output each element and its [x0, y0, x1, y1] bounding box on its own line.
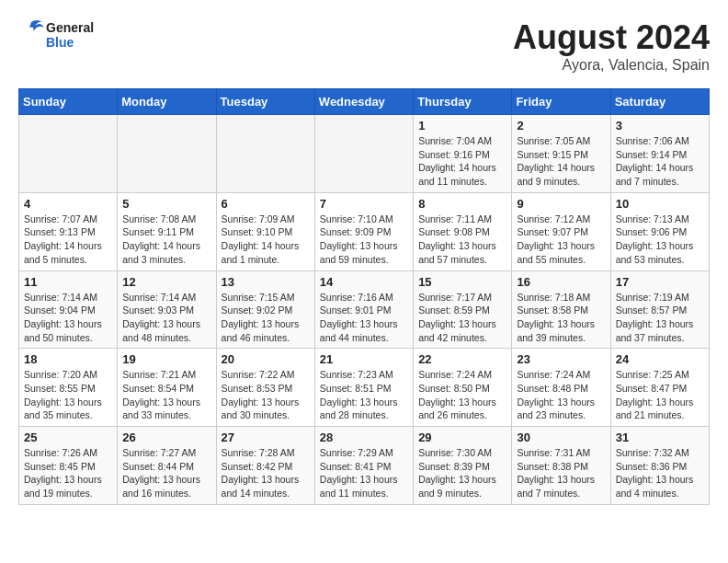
logo-text: General Blue [46, 20, 94, 50]
day-info: Sunrise: 7:10 AMSunset: 9:09 PMDaylight:… [320, 213, 408, 267]
day-number: 2 [517, 119, 605, 132]
day-info: Sunrise: 7:32 AMSunset: 8:36 PMDaylight:… [616, 446, 704, 500]
day-number: 20 [222, 352, 310, 366]
day-number: 19 [122, 352, 210, 366]
day-info: Sunrise: 7:15 AMSunset: 9:02 PMDaylight:… [222, 291, 310, 345]
page-subtitle: Ayora, Valencia, Spain [513, 57, 710, 74]
logo-container: General Blue [18, 18, 94, 52]
day-info: Sunrise: 7:06 AMSunset: 9:14 PMDaylight:… [616, 134, 704, 189]
day-info: Sunrise: 7:23 AMSunset: 8:51 PMDaylight:… [320, 368, 408, 422]
calendar-cell: 10Sunrise: 7:13 AMSunset: 9:06 PMDayligh… [610, 192, 709, 270]
day-number: 6 [222, 197, 310, 211]
day-number: 27 [222, 431, 310, 444]
day-number: 10 [616, 197, 704, 211]
day-number: 13 [222, 275, 310, 289]
day-number: 25 [24, 431, 112, 444]
calendar-cell: 27Sunrise: 7:28 AMSunset: 8:42 PMDayligh… [216, 427, 314, 505]
day-number: 1 [418, 119, 506, 132]
page-title: August 2024 [513, 18, 710, 57]
calendar-cell: 11Sunrise: 7:14 AMSunset: 9:04 PMDayligh… [19, 270, 118, 349]
day-info: Sunrise: 7:28 AMSunset: 8:42 PMDaylight:… [222, 446, 310, 500]
calendar-week-row: 18Sunrise: 7:20 AMSunset: 8:55 PMDayligh… [19, 349, 710, 427]
day-info: Sunrise: 7:30 AMSunset: 8:39 PMDaylight:… [418, 446, 506, 500]
calendar-cell [314, 115, 413, 193]
day-number: 7 [320, 197, 408, 211]
calendar-week-row: 25Sunrise: 7:26 AMSunset: 8:45 PMDayligh… [19, 427, 710, 505]
day-info: Sunrise: 7:22 AMSunset: 8:53 PMDaylight:… [222, 368, 310, 422]
calendar-week-row: 1Sunrise: 7:04 AMSunset: 9:16 PMDaylight… [19, 115, 710, 193]
day-info: Sunrise: 7:26 AMSunset: 8:45 PMDaylight:… [24, 446, 112, 500]
calendar-cell: 14Sunrise: 7:16 AMSunset: 9:01 PMDayligh… [314, 270, 413, 349]
day-number: 28 [320, 431, 408, 444]
calendar-cell: 7Sunrise: 7:10 AMSunset: 9:09 PMDaylight… [314, 192, 413, 270]
weekday-header: Tuesday [216, 89, 314, 115]
calendar-cell: 19Sunrise: 7:21 AMSunset: 8:54 PMDayligh… [118, 349, 216, 427]
day-info: Sunrise: 7:11 AMSunset: 9:08 PMDaylight:… [418, 213, 506, 267]
calendar-cell: 25Sunrise: 7:26 AMSunset: 8:45 PMDayligh… [19, 427, 118, 505]
calendar-cell: 9Sunrise: 7:12 AMSunset: 9:07 PMDaylight… [512, 192, 610, 270]
weekday-header: Wednesday [314, 89, 413, 115]
calendar-cell: 3Sunrise: 7:06 AMSunset: 9:14 PMDaylight… [610, 115, 709, 193]
calendar-cell [118, 115, 216, 193]
day-number: 5 [122, 197, 210, 211]
calendar-cell: 2Sunrise: 7:05 AMSunset: 9:15 PMDaylight… [512, 115, 610, 193]
day-info: Sunrise: 7:12 AMSunset: 9:07 PMDaylight:… [517, 213, 605, 267]
calendar-cell: 13Sunrise: 7:15 AMSunset: 9:02 PMDayligh… [216, 270, 314, 349]
day-info: Sunrise: 7:19 AMSunset: 8:57 PMDaylight:… [616, 291, 704, 345]
day-number: 23 [517, 352, 605, 366]
calendar-cell: 21Sunrise: 7:23 AMSunset: 8:51 PMDayligh… [314, 349, 413, 427]
weekday-header: Thursday [414, 89, 512, 115]
day-info: Sunrise: 7:29 AMSunset: 8:41 PMDaylight:… [320, 446, 408, 500]
day-info: Sunrise: 7:21 AMSunset: 8:54 PMDaylight:… [122, 368, 210, 422]
day-info: Sunrise: 7:14 AMSunset: 9:04 PMDaylight:… [24, 291, 112, 345]
day-number: 31 [616, 431, 704, 444]
day-number: 14 [320, 275, 408, 289]
day-info: Sunrise: 7:07 AMSunset: 9:13 PMDaylight:… [24, 213, 112, 267]
calendar-cell: 15Sunrise: 7:17 AMSunset: 8:59 PMDayligh… [414, 270, 512, 349]
weekday-row: SundayMondayTuesdayWednesdayThursdayFrid… [19, 89, 710, 115]
calendar-cell: 12Sunrise: 7:14 AMSunset: 9:03 PMDayligh… [118, 270, 216, 349]
logo-bird-icon [18, 18, 44, 52]
title-section: August 2024 Ayora, Valencia, Spain [513, 18, 710, 74]
day-number: 11 [24, 275, 112, 289]
calendar-cell: 1Sunrise: 7:04 AMSunset: 9:16 PMDaylight… [414, 115, 512, 193]
weekday-header: Saturday [610, 89, 709, 115]
day-info: Sunrise: 7:25 AMSunset: 8:47 PMDaylight:… [616, 368, 704, 422]
calendar-week-row: 4Sunrise: 7:07 AMSunset: 9:13 PMDaylight… [19, 192, 710, 270]
day-number: 18 [24, 352, 112, 366]
day-info: Sunrise: 7:04 AMSunset: 9:16 PMDaylight:… [418, 134, 506, 189]
calendar-cell: 28Sunrise: 7:29 AMSunset: 8:41 PMDayligh… [314, 427, 413, 505]
day-info: Sunrise: 7:31 AMSunset: 8:38 PMDaylight:… [517, 446, 605, 500]
weekday-header: Friday [512, 89, 610, 115]
day-info: Sunrise: 7:20 AMSunset: 8:55 PMDaylight:… [24, 368, 112, 422]
day-info: Sunrise: 7:24 AMSunset: 8:50 PMDaylight:… [418, 368, 506, 422]
day-number: 12 [122, 275, 210, 289]
calendar-cell: 24Sunrise: 7:25 AMSunset: 8:47 PMDayligh… [610, 349, 709, 427]
logo: General Blue [18, 18, 94, 52]
weekday-header: Sunday [19, 89, 118, 115]
day-info: Sunrise: 7:14 AMSunset: 9:03 PMDaylight:… [122, 291, 210, 345]
day-number: 30 [517, 431, 605, 444]
calendar-cell: 4Sunrise: 7:07 AMSunset: 9:13 PMDaylight… [19, 192, 118, 270]
day-info: Sunrise: 7:13 AMSunset: 9:06 PMDaylight:… [616, 213, 704, 267]
day-number: 24 [616, 352, 704, 366]
day-info: Sunrise: 7:27 AMSunset: 8:44 PMDaylight:… [122, 446, 210, 500]
calendar-cell: 26Sunrise: 7:27 AMSunset: 8:44 PMDayligh… [118, 427, 216, 505]
calendar-cell: 18Sunrise: 7:20 AMSunset: 8:55 PMDayligh… [19, 349, 118, 427]
weekday-header: Monday [118, 89, 216, 115]
day-number: 16 [517, 275, 605, 289]
calendar-week-row: 11Sunrise: 7:14 AMSunset: 9:04 PMDayligh… [19, 270, 710, 349]
day-info: Sunrise: 7:16 AMSunset: 9:01 PMDaylight:… [320, 291, 408, 345]
calendar-header: SundayMondayTuesdayWednesdayThursdayFrid… [19, 89, 710, 115]
day-number: 15 [418, 275, 506, 289]
calendar-cell [216, 115, 314, 193]
calendar-cell: 29Sunrise: 7:30 AMSunset: 8:39 PMDayligh… [414, 427, 512, 505]
calendar-cell: 6Sunrise: 7:09 AMSunset: 9:10 PMDaylight… [216, 192, 314, 270]
calendar-cell: 22Sunrise: 7:24 AMSunset: 8:50 PMDayligh… [414, 349, 512, 427]
page-header: General Blue August 2024 Ayora, Valencia… [18, 18, 710, 74]
calendar-cell [19, 115, 118, 193]
day-info: Sunrise: 7:05 AMSunset: 9:15 PMDaylight:… [517, 134, 605, 189]
day-info: Sunrise: 7:24 AMSunset: 8:48 PMDaylight:… [517, 368, 605, 422]
day-number: 3 [616, 119, 704, 132]
day-info: Sunrise: 7:17 AMSunset: 8:59 PMDaylight:… [418, 291, 506, 345]
